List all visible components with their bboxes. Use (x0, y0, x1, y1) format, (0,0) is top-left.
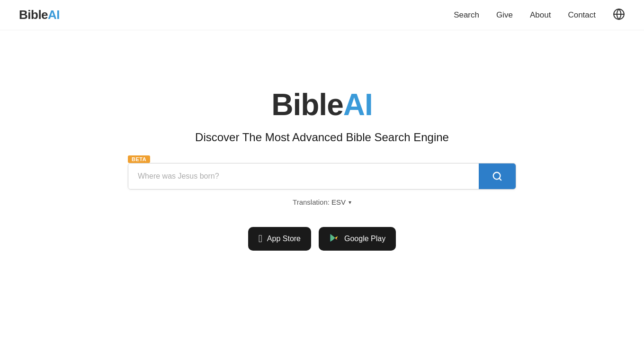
translation-label: Translation: (293, 198, 330, 206)
app-store-label: App Store (267, 235, 301, 243)
hero-logo-ai: AI (343, 88, 373, 122)
search-input[interactable] (128, 163, 479, 189)
chevron-down-icon: ▾ (349, 199, 351, 206)
apple-icon:  (259, 234, 262, 244)
logo[interactable]: BibleAI (19, 8, 60, 22)
google-play-label: Google Play (344, 235, 385, 243)
nav-search[interactable]: Search (454, 10, 479, 20)
nav-give[interactable]: Give (496, 10, 513, 20)
search-box (128, 163, 516, 190)
svg-line-3 (499, 178, 501, 180)
main-nav: Search Give About Contact (454, 8, 625, 22)
google-play-icon (329, 233, 340, 245)
app-store-button[interactable]:  App Store (248, 227, 311, 251)
nav-contact[interactable]: Contact (568, 10, 596, 20)
hero-logo: BibleAI (271, 87, 372, 122)
hero-tagline: Discover The Most Advanced Bible Search … (195, 131, 449, 144)
hero-logo-bible: Bible (271, 88, 343, 122)
search-container: BETA (128, 163, 516, 190)
search-icon (492, 171, 502, 181)
translation-value: ESV (331, 198, 346, 206)
beta-badge: BETA (128, 155, 150, 163)
logo-text: BibleAI (19, 8, 60, 22)
search-button[interactable] (479, 163, 516, 189)
google-play-button[interactable]: Google Play (319, 227, 396, 251)
translation-selector[interactable]: Translation: ESV ▾ (293, 198, 351, 206)
logo-ai: AI (48, 8, 60, 22)
logo-bible: Bible (19, 8, 48, 22)
app-buttons:  App Store Google Play (248, 227, 396, 251)
globe-icon[interactable] (613, 8, 625, 22)
nav-about[interactable]: About (530, 10, 551, 20)
